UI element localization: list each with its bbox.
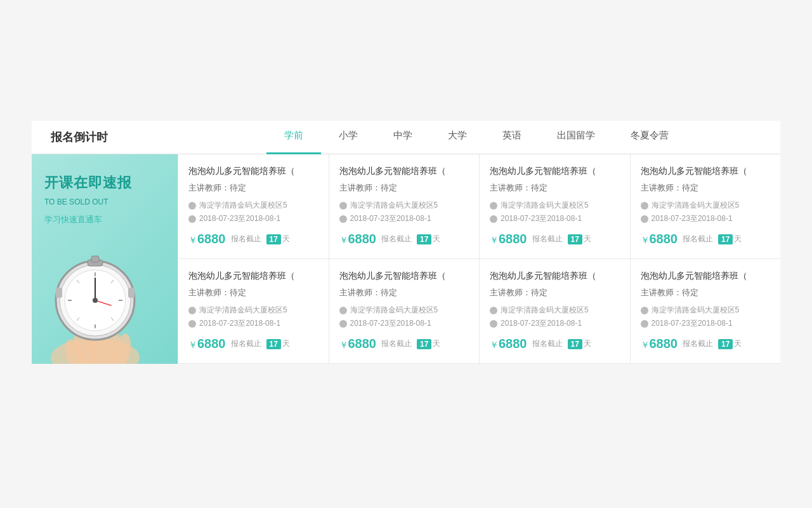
calendar-icon xyxy=(490,320,497,328)
tab-preschool[interactable]: 学前 xyxy=(266,121,321,154)
course-teacher: 主讲教师：待定 xyxy=(641,287,771,298)
days-number: 17 xyxy=(417,234,431,244)
course-price: ￥6880 xyxy=(188,337,226,351)
stopwatch-illustration xyxy=(32,238,178,364)
course-card[interactable]: 泡泡幼儿多元智能培养班（ 主讲教师：待定 海淀学清路金码大厦校区5 2018-0… xyxy=(329,259,480,364)
course-footer: ￥6880 报名截止 17 天 xyxy=(339,232,469,246)
course-title: 泡泡幼儿多元智能培养班（ xyxy=(339,271,469,282)
sidebar-sold-out: TO BE SOLD OUT xyxy=(44,197,165,206)
days-unit: 天 xyxy=(433,234,440,244)
location-icon xyxy=(188,307,196,314)
days-badge: 17 天 xyxy=(718,234,742,244)
svg-point-23 xyxy=(93,298,98,303)
course-teacher: 主讲教师：待定 xyxy=(188,287,318,298)
course-price: ￥6880 xyxy=(641,337,678,351)
course-card[interactable]: 泡泡幼儿多元智能培养班（ 主讲教师：待定 海淀学清路金码大厦校区5 2018-0… xyxy=(479,259,630,364)
course-card[interactable]: 泡泡幼儿多元智能培养班（ 主讲教师：待定 海淀学清路金码大厦校区5 2018-0… xyxy=(479,154,630,259)
days-badge: 17 天 xyxy=(417,234,440,244)
section-title: 报名倒计时 xyxy=(32,121,266,154)
tab-abroad[interactable]: 出国留学 xyxy=(539,121,613,154)
course-footer: ￥6880 报名截止 17 天 xyxy=(188,232,318,246)
deadline-text: 报名截止 xyxy=(683,338,713,349)
days-badge: 17 天 xyxy=(266,234,290,244)
course-location: 海淀学清路金码大厦校区5 xyxy=(188,305,318,316)
deadline-text: 报名截止 xyxy=(381,338,412,349)
svg-rect-10 xyxy=(56,288,62,298)
course-date: 2018-07-23至2018-08-1 xyxy=(641,213,771,224)
course-card[interactable]: 泡泡幼儿多元智能培养班（ 主讲教师：待定 海淀学清路金码大厦校区5 2018-0… xyxy=(630,259,781,364)
course-title: 泡泡幼儿多元智能培养班（ xyxy=(339,166,469,177)
location-icon xyxy=(641,307,648,314)
course-card[interactable]: 泡泡幼儿多元智能培养班（ 主讲教师：待定 海淀学清路金码大厦校区5 2018-0… xyxy=(329,154,480,259)
course-title: 泡泡幼儿多元智能培养班（ xyxy=(490,271,620,282)
course-price: ￥6880 xyxy=(490,337,527,351)
course-date: 2018-07-23至2018-08-1 xyxy=(641,318,771,329)
main-container: 报名倒计时 学前 小学 中学 大学 英语 出国留学 冬夏令营 开课在即速报 TO… xyxy=(32,121,780,364)
deadline-text: 报名截止 xyxy=(381,234,412,244)
course-title: 泡泡幼儿多元智能培养班（ xyxy=(188,271,318,282)
course-teacher: 主讲教师：待定 xyxy=(339,182,469,194)
tab-primary[interactable]: 小学 xyxy=(321,121,376,154)
course-location: 海淀学清路金码大厦校区5 xyxy=(641,200,771,211)
content-area: 开课在即速报 TO BE SOLD OUT 学习快速直通车 xyxy=(32,154,780,364)
location-icon xyxy=(641,202,648,210)
course-footer: ￥6880 报名截止 17 天 xyxy=(490,337,620,351)
tab-english[interactable]: 英语 xyxy=(485,121,539,154)
course-card[interactable]: 泡泡幼儿多元智能培养班（ 主讲教师：待定 海淀学清路金码大厦校区5 2018-0… xyxy=(178,154,329,259)
location-icon xyxy=(188,202,196,210)
course-footer: ￥6880 报名截止 17 天 xyxy=(188,337,318,351)
course-price: ￥6880 xyxy=(641,232,678,246)
course-date: 2018-07-23至2018-08-1 xyxy=(188,318,318,329)
course-date: 2018-07-23至2018-08-1 xyxy=(490,213,620,224)
course-card[interactable]: 泡泡幼儿多元智能培养班（ 主讲教师：待定 海淀学清路金码大厦校区5 2018-0… xyxy=(178,259,329,364)
calendar-icon xyxy=(188,215,196,223)
course-teacher: 主讲教师：待定 xyxy=(490,287,620,298)
location-icon xyxy=(339,307,347,314)
days-badge: 17 天 xyxy=(718,338,742,349)
days-unit: 天 xyxy=(734,234,742,244)
course-teacher: 主讲教师：待定 xyxy=(490,182,620,194)
tab-university[interactable]: 大学 xyxy=(430,121,485,154)
days-number: 17 xyxy=(266,339,281,349)
days-unit: 天 xyxy=(433,338,440,349)
course-grid: 泡泡幼儿多元智能培养班（ 主讲教师：待定 海淀学清路金码大厦校区5 2018-0… xyxy=(178,154,780,364)
days-badge: 17 天 xyxy=(417,338,440,349)
days-number: 17 xyxy=(568,234,582,244)
deadline-text: 报名截止 xyxy=(231,234,261,244)
course-footer: ￥6880 报名截止 17 天 xyxy=(490,232,620,246)
course-title: 泡泡幼儿多元智能培养班（ xyxy=(641,166,771,177)
days-unit: 天 xyxy=(584,338,591,349)
calendar-icon xyxy=(339,320,347,328)
tab-middle[interactable]: 中学 xyxy=(376,121,430,154)
svg-rect-11 xyxy=(128,288,134,298)
days-number: 17 xyxy=(417,339,431,349)
days-badge: 17 天 xyxy=(266,338,290,349)
location-icon xyxy=(339,202,347,210)
course-footer: ￥6880 报名截止 17 天 xyxy=(641,232,771,246)
calendar-icon xyxy=(641,215,648,223)
sidebar: 开课在即速报 TO BE SOLD OUT 学习快速直通车 xyxy=(32,154,178,364)
location-icon xyxy=(490,202,497,210)
course-location: 海淀学清路金码大厦校区5 xyxy=(490,200,620,211)
course-teacher: 主讲教师：待定 xyxy=(641,182,771,194)
course-title: 泡泡幼儿多元智能培养班（ xyxy=(188,166,318,177)
course-footer: ￥6880 报名截止 17 天 xyxy=(641,337,771,351)
course-title: 泡泡幼儿多元智能培养班（ xyxy=(490,166,620,177)
course-teacher: 主讲教师：待定 xyxy=(339,287,469,298)
course-teacher: 主讲教师：待定 xyxy=(188,182,318,194)
course-price: ￥6880 xyxy=(188,232,226,246)
course-card[interactable]: 泡泡幼儿多元智能培养班（ 主讲教师：待定 海淀学清路金码大厦校区5 2018-0… xyxy=(630,154,781,259)
tab-camp[interactable]: 冬夏令营 xyxy=(613,121,686,154)
course-location: 海淀学清路金码大厦校区5 xyxy=(490,305,620,316)
sidebar-subtitle: 学习快速直通车 xyxy=(44,214,165,225)
days-number: 17 xyxy=(266,234,281,244)
days-badge: 17 天 xyxy=(568,338,591,349)
course-date: 2018-07-23至2018-08-1 xyxy=(490,318,620,329)
deadline-text: 报名截止 xyxy=(231,338,261,349)
course-location: 海淀学清路金码大厦校区5 xyxy=(339,200,469,211)
days-unit: 天 xyxy=(282,338,290,349)
course-price: ￥6880 xyxy=(339,232,377,246)
course-date: 2018-07-23至2018-08-1 xyxy=(339,318,469,329)
location-icon xyxy=(490,307,497,314)
days-badge: 17 天 xyxy=(568,234,591,244)
